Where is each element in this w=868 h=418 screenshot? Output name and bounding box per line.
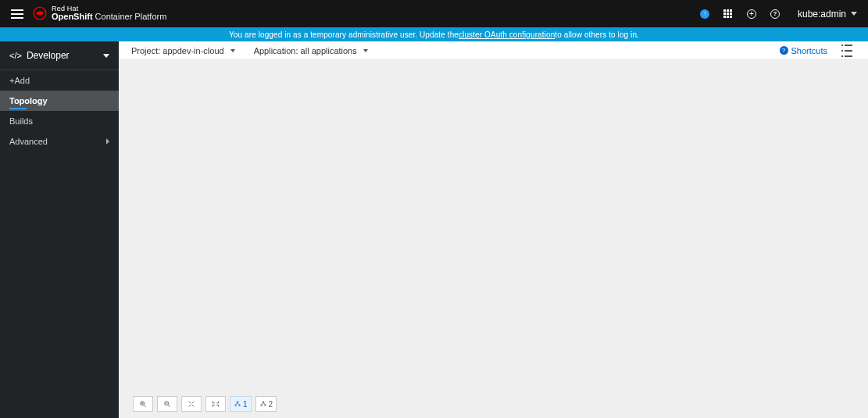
svg-point-17 — [263, 402, 264, 403]
svg-point-12 — [237, 402, 238, 403]
sidebar-item-topology[interactable]: Topology — [0, 91, 119, 111]
redhat-logo-icon — [33, 6, 47, 20]
brand[interactable]: Red Hat OpenShift Container Platform — [33, 5, 166, 22]
svg-line-2 — [144, 405, 146, 407]
import-button[interactable]: + — [741, 4, 762, 24]
question-circle-icon: ? — [780, 46, 788, 55]
svg-line-9 — [192, 402, 195, 404]
context-toolbar: Project: appdev-in-cloud Application: al… — [119, 41, 868, 60]
nav-toggle-button[interactable] — [6, 3, 28, 25]
zoom-in-button[interactable] — [133, 396, 153, 412]
perspective-switcher[interactable]: </> Developer — [0, 41, 119, 70]
svg-line-16 — [238, 402, 239, 405]
app-launcher-button[interactable] — [718, 4, 738, 24]
info-circle-icon: ↑ — [700, 9, 709, 19]
brand-product-name: OpenShift — [52, 12, 93, 21]
help-button[interactable]: ? — [765, 4, 785, 24]
plus-circle-icon: + — [747, 9, 756, 19]
question-circle-icon: ? — [770, 9, 780, 19]
content-area: Project: appdev-in-cloud Application: al… — [119, 41, 868, 418]
list-view-toggle[interactable] — [841, 45, 855, 57]
layout-1-count: 1 — [243, 400, 248, 409]
layout-1-button[interactable]: 1 — [230, 396, 252, 412]
svg-line-20 — [261, 402, 263, 405]
zoom-out-button[interactable] — [157, 396, 177, 412]
sidebar-item-label: Topology — [9, 96, 48, 105]
code-icon: </> — [9, 51, 22, 60]
admin-alert-banner: You are logged in as a temporary adminis… — [0, 27, 868, 41]
chevron-down-icon — [363, 49, 368, 52]
chevron-right-icon — [106, 138, 109, 145]
list-icon — [841, 45, 843, 46]
project-label: Project: — [131, 46, 163, 55]
main-area: </> Developer +Add Topology Builds Advan… — [0, 41, 868, 418]
brand-product-suffix: Container Platform — [93, 12, 167, 21]
sidebar-item-add[interactable]: +Add — [0, 70, 119, 91]
shortcuts-link[interactable]: ? Shortcuts — [780, 46, 827, 55]
perspective-label: Developer — [27, 50, 70, 61]
svg-line-11 — [192, 405, 195, 407]
user-menu[interactable]: kube:admin — [798, 9, 857, 20]
svg-line-21 — [263, 402, 265, 405]
svg-line-15 — [236, 402, 238, 405]
chevron-down-icon — [851, 12, 857, 16]
svg-point-19 — [264, 405, 266, 406]
reset-view-button[interactable] — [205, 396, 226, 412]
svg-line-8 — [189, 402, 191, 404]
banner-prefix: You are logged in as a temporary adminis… — [229, 30, 459, 39]
svg-line-6 — [168, 405, 170, 407]
topology-controls: 1 2 — [133, 396, 277, 412]
fit-to-screen-button[interactable] — [181, 396, 202, 412]
cloudshell-button[interactable]: ↑ — [695, 4, 715, 24]
topology-canvas[interactable]: 1 2 — [119, 60, 868, 418]
sidebar-item-label: +Add — [9, 76, 30, 85]
application-value: all applications — [301, 46, 357, 55]
svg-point-18 — [260, 405, 262, 406]
user-name: kube:admin — [798, 9, 846, 20]
svg-point-13 — [235, 405, 237, 406]
project-value: appdev-in-cloud — [163, 46, 223, 55]
sidebar-item-label: Advanced — [9, 137, 48, 146]
banner-link[interactable]: cluster OAuth configuration — [459, 30, 555, 39]
chevron-down-icon — [230, 49, 235, 52]
application-label: Application: — [254, 46, 301, 55]
project-dropdown[interactable]: Project: appdev-in-cloud — [131, 46, 235, 55]
layout-2-button[interactable]: 2 — [255, 396, 277, 412]
svg-line-10 — [189, 405, 191, 407]
sidebar: </> Developer +Add Topology Builds Advan… — [0, 41, 119, 418]
application-dropdown[interactable]: Application: all applications — [254, 46, 368, 55]
grid-icon — [723, 9, 733, 19]
shortcuts-label: Shortcuts — [791, 46, 827, 55]
chevron-down-icon — [103, 54, 109, 58]
sidebar-item-advanced[interactable]: Advanced — [0, 131, 119, 152]
banner-suffix: to allow others to log in. — [555, 30, 639, 39]
sidebar-item-label: Builds — [9, 116, 33, 126]
top-masthead: Red Hat OpenShift Container Platform ↑ +… — [0, 0, 868, 27]
layout-2-count: 2 — [269, 400, 273, 409]
sidebar-item-builds[interactable]: Builds — [0, 111, 119, 131]
svg-point-14 — [239, 405, 241, 406]
